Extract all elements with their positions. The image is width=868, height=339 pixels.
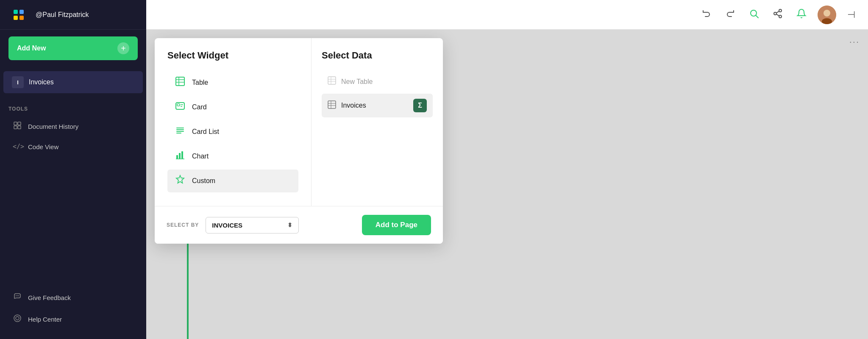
document-history-label: Document History bbox=[28, 123, 78, 130]
data-invoices[interactable]: Invoices Σ bbox=[322, 94, 433, 117]
svg-point-8 bbox=[16, 317, 19, 320]
undo-button[interactable] bbox=[699, 6, 714, 24]
modal-overlay: Select Widget Table bbox=[146, 30, 868, 339]
topbar: ⊣ bbox=[146, 0, 868, 30]
dropdown-arrow-icon: ⬍ bbox=[287, 222, 292, 228]
add-new-plus-icon: + bbox=[117, 42, 129, 54]
invoices-data-icon bbox=[328, 100, 336, 111]
notifications-button[interactable] bbox=[794, 6, 809, 24]
invoices-icon: I bbox=[12, 76, 24, 88]
help-center-label: Help Center bbox=[28, 316, 62, 323]
select-by-label: SELECT BY bbox=[167, 222, 199, 228]
svg-point-7 bbox=[14, 315, 21, 322]
invoices-data-label: Invoices bbox=[341, 102, 366, 109]
collapse-icon[interactable]: ⊣ bbox=[845, 7, 858, 23]
modal-top: Select Widget Table bbox=[155, 38, 443, 206]
select-widget-modal: Select Widget Table bbox=[155, 38, 443, 244]
sidebar-item-invoices[interactable]: I Invoices bbox=[3, 71, 143, 93]
tool-document-history[interactable]: Document History bbox=[8, 116, 138, 137]
custom-widget-icon bbox=[174, 175, 186, 187]
document-history-icon bbox=[13, 121, 22, 132]
search-button[interactable] bbox=[746, 6, 762, 24]
select-by-dropdown[interactable]: INVOICES ⬍ bbox=[206, 217, 299, 233]
help-center-icon bbox=[13, 314, 22, 325]
code-view-icon: </> bbox=[13, 143, 22, 150]
sidebar-bottom: Give Feedback Help Center bbox=[0, 282, 146, 339]
svg-line-14 bbox=[776, 11, 779, 13]
new-table-label: New Table bbox=[341, 78, 373, 86]
svg-line-15 bbox=[776, 14, 779, 16]
svg-rect-1 bbox=[18, 122, 21, 125]
data-new-table[interactable]: New Table bbox=[322, 71, 433, 92]
card-list-widget-icon bbox=[174, 125, 186, 138]
user-name: @Paul Fitzpatrick bbox=[36, 11, 89, 19]
data-panel: Select Data New Table bbox=[312, 38, 443, 206]
widget-panel-title: Select Widget bbox=[167, 50, 298, 61]
give-feedback-item[interactable]: Give Feedback bbox=[8, 287, 138, 308]
modal-bottom: SELECT BY INVOICES ⬍ Add to Page bbox=[155, 206, 443, 244]
widget-card-list[interactable]: Card List bbox=[167, 120, 298, 143]
chart-widget-icon bbox=[174, 150, 186, 163]
widget-custom[interactable]: Custom bbox=[167, 170, 298, 192]
give-feedback-label: Give Feedback bbox=[28, 294, 71, 301]
svg-rect-31 bbox=[176, 155, 178, 159]
code-view-label: Code View bbox=[28, 143, 58, 150]
tool-code-view[interactable]: </> Code View bbox=[8, 138, 138, 156]
share-button[interactable] bbox=[770, 6, 785, 24]
give-feedback-icon bbox=[13, 292, 22, 303]
svg-line-10 bbox=[756, 15, 759, 18]
svg-point-17 bbox=[823, 10, 830, 17]
add-new-button[interactable]: Add New + bbox=[8, 36, 138, 60]
new-table-icon bbox=[328, 76, 336, 87]
select-by-value: INVOICES bbox=[212, 222, 242, 229]
tools-label: TOOLS bbox=[8, 106, 138, 112]
svg-point-5 bbox=[17, 295, 18, 296]
svg-rect-3 bbox=[18, 126, 21, 129]
widget-chart-label: Chart bbox=[192, 153, 209, 160]
page-area: ··· Select Widget bbox=[146, 30, 868, 339]
svg-rect-19 bbox=[176, 77, 184, 86]
sidebar: @Paul Fitzpatrick Add New + I Invoices T… bbox=[0, 0, 146, 339]
sigma-badge: Σ bbox=[413, 99, 427, 112]
sidebar-header: @Paul Fitzpatrick bbox=[0, 0, 146, 30]
svg-rect-35 bbox=[328, 77, 336, 84]
widget-chart[interactable]: Chart bbox=[167, 145, 298, 168]
svg-rect-24 bbox=[177, 104, 180, 106]
add-to-page-button[interactable]: Add to Page bbox=[362, 215, 431, 235]
svg-rect-33 bbox=[181, 151, 183, 159]
widget-card-list-label: Card List bbox=[192, 128, 219, 136]
svg-point-4 bbox=[16, 295, 17, 296]
data-panel-title: Select Data bbox=[322, 50, 433, 61]
app-logo bbox=[8, 5, 29, 25]
sidebar-nav: I Invoices bbox=[0, 67, 146, 97]
widget-table[interactable]: Table bbox=[167, 71, 298, 94]
widget-card[interactable]: Card bbox=[167, 96, 298, 119]
svg-rect-32 bbox=[179, 153, 181, 159]
svg-rect-39 bbox=[328, 101, 336, 108]
help-center-item[interactable]: Help Center bbox=[8, 309, 138, 330]
redo-button[interactable] bbox=[723, 6, 738, 24]
card-widget-icon bbox=[174, 101, 186, 114]
svg-point-6 bbox=[18, 295, 19, 296]
invoices-label: Invoices bbox=[29, 78, 54, 86]
user-avatar[interactable] bbox=[818, 6, 836, 24]
svg-rect-0 bbox=[14, 122, 17, 125]
widget-custom-label: Custom bbox=[192, 177, 215, 185]
main-content: ⊣ ··· Select Widget bbox=[146, 0, 868, 339]
svg-rect-2 bbox=[14, 126, 17, 129]
widget-table-label: Table bbox=[192, 79, 208, 86]
add-new-label: Add New bbox=[17, 44, 46, 52]
widget-card-label: Card bbox=[192, 103, 207, 111]
table-widget-icon bbox=[174, 76, 186, 89]
tools-section: TOOLS Document History </> Code View bbox=[0, 97, 146, 161]
widget-panel: Select Widget Table bbox=[155, 38, 312, 206]
